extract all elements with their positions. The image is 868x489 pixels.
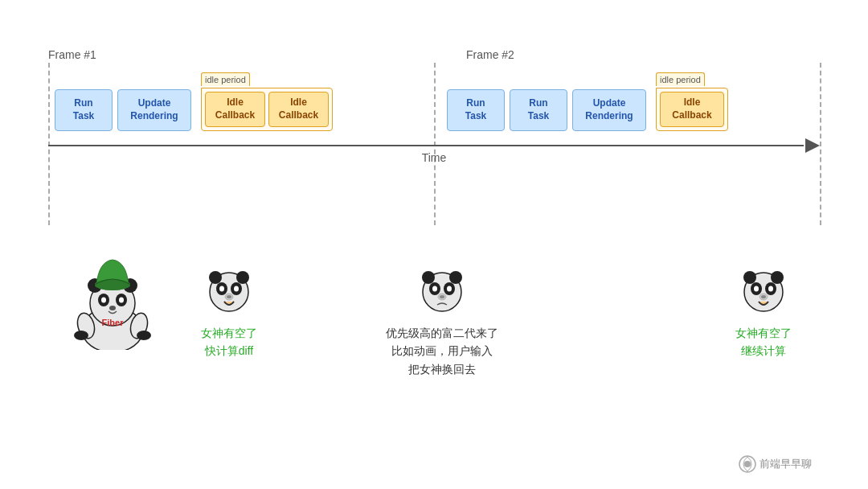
svg-point-44 [744, 461, 751, 467]
text-2: 优先级高的富二代来了 比如动画，用户输入 把女神换回去 [386, 324, 498, 378]
frame2-label: Frame #2 [466, 48, 514, 61]
text-3: 女神有空了 继续计算 [735, 324, 792, 360]
svg-point-30 [432, 286, 437, 292]
fiber-panda-svg: Fiber [68, 245, 157, 350]
dashed-line-right [820, 63, 821, 225]
svg-point-11 [119, 298, 124, 303]
svg-point-27 [449, 271, 462, 284]
frame1-label: Frame #1 [48, 48, 96, 61]
panda-face-2 [414, 261, 470, 318]
svg-point-33 [440, 295, 444, 298]
update-rendering-block-2: UpdateRendering [572, 89, 646, 131]
idle-period-label-1: idle period [201, 72, 250, 86]
svg-point-26 [422, 271, 435, 284]
update-rendering-block-1: UpdateRendering [117, 89, 191, 131]
svg-point-22 [234, 286, 239, 292]
svg-point-39 [754, 286, 759, 292]
idle-blocks-inner-2: IdleCallback [656, 88, 728, 131]
idle-callback-2: IdleCallback [268, 92, 329, 127]
run-task-block-2: RunTask [447, 89, 505, 131]
idle-period-frame1: idle period IdleCallback IdleCallback [201, 72, 333, 131]
svg-point-3 [74, 331, 88, 340]
panda-face-1 [201, 261, 257, 318]
svg-point-24 [227, 295, 231, 298]
timeline-line [48, 145, 804, 146]
run-task-block-3: RunTask [510, 89, 567, 131]
text-section-2: 优先级高的富二代来了 比如动画，用户输入 把女神换回去 [362, 261, 522, 378]
panda-face-3 [735, 261, 792, 318]
watermark-icon [739, 455, 756, 473]
svg-point-31 [447, 286, 452, 292]
text-1: 女神有空了 快计算diff [201, 324, 257, 360]
svg-point-36 [771, 271, 784, 284]
watermark-text: 前端早早聊 [760, 457, 812, 471]
idle-period-frame2: idle period IdleCallback [656, 72, 728, 131]
timeline-row: Time [48, 129, 820, 161]
svg-point-12 [109, 306, 116, 310]
watermark: 前端早早聊 [739, 455, 812, 473]
idle-blocks-inner-1: IdleCallback IdleCallback [201, 88, 333, 131]
text-section-1: 女神有空了 快计算diff [177, 261, 281, 360]
text-section-3: 女神有空了 继续计算 [707, 261, 820, 360]
timeline-arrow [805, 138, 820, 153]
run-task-block-1: RunTask [55, 89, 113, 131]
diagram-area: Frame #1 Frame #2 Time RunTask UpdateRen… [48, 48, 820, 225]
svg-text:Fiber: Fiber [102, 318, 125, 327]
svg-point-10 [101, 298, 106, 303]
svg-point-21 [219, 286, 224, 292]
idle-callback-3: IdleCallback [660, 92, 724, 127]
svg-point-17 [209, 271, 222, 284]
svg-point-14 [95, 279, 130, 290]
fiber-panda-section: Fiber [48, 245, 177, 350]
svg-point-42 [761, 295, 766, 298]
idle-period-label-2: idle period [656, 72, 705, 86]
svg-point-18 [236, 271, 249, 284]
svg-point-4 [137, 331, 151, 340]
idle-callback-1: IdleCallback [205, 92, 265, 127]
time-label: Time [422, 151, 447, 164]
svg-point-35 [743, 271, 756, 284]
svg-point-40 [768, 286, 773, 292]
